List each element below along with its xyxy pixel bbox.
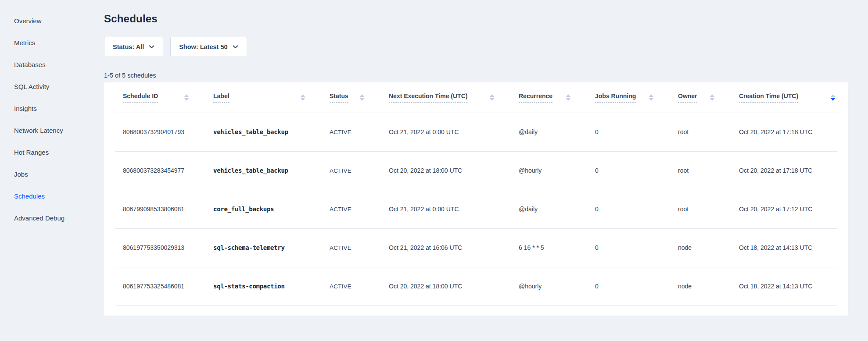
cell-status: ACTIVE [330,113,389,151]
cell-recurrence: 6 16 * * 5 [519,228,595,267]
sort-arrows-icon [649,94,653,101]
cell-recurrence: @daily [519,113,595,151]
sort-arrows-icon [710,94,714,101]
chevron-down-icon [233,45,238,49]
column-header-schedule-id[interactable]: Schedule ID [115,82,213,113]
cell-creation-time: Oct 18, 2022 at 14:13 UTC [739,228,837,267]
cell-next-execution-time: Oct 21, 2022 at 16:06 UTC [389,228,519,267]
table-row: 806197753350029313 sql-schema-telemetry … [115,228,837,267]
table-header-row: Schedule ID Label Status Next Execution … [115,82,837,113]
cell-label: vehicles_table_backup [213,113,330,151]
cell-recurrence: @hourly [519,151,595,190]
sidebar: Overview Metrics Databases SQL Activity … [0,0,104,341]
show-filter-label: Show: Latest 50 [179,43,227,50]
cell-status: ACTIVE [330,190,389,228]
sidebar-item-overview[interactable]: Overview [0,10,104,32]
sort-arrows-icon [490,94,494,101]
sort-arrows-icon [831,94,835,101]
sidebar-item-advanced-debug[interactable]: Advanced Debug [0,207,104,229]
cell-recurrence: @daily [519,190,595,228]
sidebar-item-sql-activity[interactable]: SQL Activity [0,75,104,97]
cell-label: sql-stats-compaction [213,267,330,305]
cell-owner: node [678,228,739,267]
table-row: 806800373283454977 vehicles_table_backup… [115,151,837,190]
cell-owner: node [678,267,739,305]
sort-arrows-icon [360,94,364,101]
cell-next-execution-time: Oct 20, 2022 at 18:00 UTC [389,151,519,190]
cell-creation-time: Oct 20, 2022 at 17:12 UTC [739,190,837,228]
status-filter-label: Status: All [113,43,144,50]
results-count: 1-5 of 5 schedules [104,71,848,79]
cell-jobs-running: 0 [595,113,678,151]
cell-owner: root [678,113,739,151]
cell-schedule-id: 806197753325486081 [115,267,213,305]
cell-jobs-running: 0 [595,190,678,228]
cell-label: vehicles_table_backup [213,151,330,190]
cell-status: ACTIVE [330,151,389,190]
cell-next-execution-time: Oct 20, 2022 at 18:00 UTC [389,267,519,305]
sort-arrows-icon [184,94,189,101]
show-filter-dropdown[interactable]: Show: Latest 50 [170,37,247,57]
cell-status: ACTIVE [330,228,389,267]
cell-schedule-id: 806800373290401793 [115,113,213,151]
table-row: 806197753325486081 sql-stats-compaction … [115,267,837,305]
cell-schedule-id: 806800373283454977 [115,151,213,190]
main-content: Schedules Status: All Show: Latest 50 1-… [104,0,868,341]
cell-label: core_full_backups [213,190,330,228]
column-header-recurrence[interactable]: Recurrence [519,82,595,113]
column-header-next-execution-time[interactable]: Next Execution Time (UTC) [389,82,519,113]
cell-jobs-running: 0 [595,228,678,267]
column-header-owner[interactable]: Owner [678,82,739,113]
sidebar-item-schedules[interactable]: Schedules [0,185,104,207]
table-row: 806800373290401793 vehicles_table_backup… [115,113,837,151]
column-header-creation-time[interactable]: Creation Time (UTC) [739,82,837,113]
filter-bar: Status: All Show: Latest 50 [104,37,848,57]
schedules-table-card: Schedule ID Label Status Next Execution … [104,82,848,316]
page-title: Schedules [104,12,848,25]
cell-label: sql-schema-telemetry [213,228,330,267]
sidebar-item-network-latency[interactable]: Network Latency [0,119,104,141]
cell-owner: root [678,190,739,228]
sidebar-item-jobs[interactable]: Jobs [0,163,104,185]
cell-recurrence: @hourly [519,267,595,305]
sidebar-item-metrics[interactable]: Metrics [0,32,104,53]
cell-jobs-running: 0 [595,267,678,305]
column-header-jobs-running[interactable]: Jobs Running [595,82,678,113]
schedules-table: Schedule ID Label Status Next Execution … [115,82,837,306]
cell-schedule-id: 806197753350029313 [115,228,213,267]
table-row: 806799098533806081 core_full_backups ACT… [115,190,837,228]
sidebar-item-insights[interactable]: Insights [0,97,104,119]
cell-creation-time: Oct 20, 2022 at 17:18 UTC [739,151,837,190]
cell-schedule-id: 806799098533806081 [115,190,213,228]
cell-owner: root [678,151,739,190]
cell-next-execution-time: Oct 21, 2022 at 0:00 UTC [389,190,519,228]
chevron-down-icon [149,45,154,49]
cell-creation-time: Oct 18, 2022 at 14:13 UTC [739,267,837,305]
sidebar-item-databases[interactable]: Databases [0,53,104,75]
sort-arrows-icon [301,94,305,101]
column-header-label[interactable]: Label [213,82,330,113]
sort-arrows-icon [566,94,570,101]
status-filter-dropdown[interactable]: Status: All [104,37,163,57]
cell-next-execution-time: Oct 21, 2022 at 0:00 UTC [389,113,519,151]
column-header-status[interactable]: Status [330,82,389,113]
sidebar-item-hot-ranges[interactable]: Hot Ranges [0,141,104,163]
cell-creation-time: Oct 20, 2022 at 17:18 UTC [739,113,837,151]
cell-jobs-running: 0 [595,151,678,190]
cell-status: ACTIVE [330,267,389,305]
